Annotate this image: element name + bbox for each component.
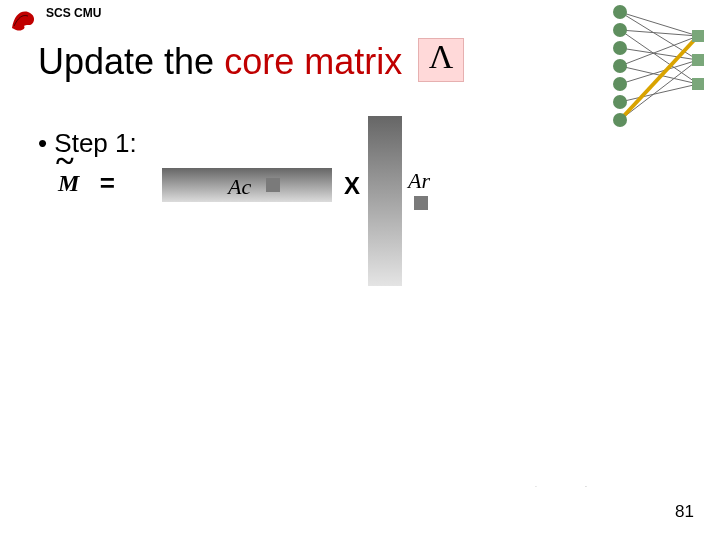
svg-point-11 bbox=[613, 5, 627, 19]
ar-marker bbox=[414, 196, 428, 210]
title-red: core matrix bbox=[224, 41, 412, 82]
page-number: 81 bbox=[675, 502, 694, 522]
institution-label: SCS CMU bbox=[46, 6, 101, 20]
ac-marker bbox=[266, 178, 280, 192]
ar-label: Ar bbox=[408, 168, 430, 194]
title-pre: Update the bbox=[38, 41, 224, 82]
svg-point-15 bbox=[613, 77, 627, 91]
bipartite-graph-icon bbox=[606, 2, 712, 142]
svg-point-13 bbox=[613, 41, 627, 55]
equals-sign: = bbox=[100, 168, 115, 199]
multiply-sign: X bbox=[344, 172, 360, 200]
ar-matrix-block bbox=[368, 116, 402, 286]
step-label: • Step 1: bbox=[38, 128, 137, 159]
svg-line-10 bbox=[620, 36, 698, 120]
svg-line-0 bbox=[620, 12, 698, 36]
dragon-icon bbox=[10, 6, 40, 34]
faint-mark-2: ˙ bbox=[585, 485, 588, 496]
m-tilde: M bbox=[58, 170, 79, 197]
lambda-symbol bbox=[418, 38, 464, 82]
svg-point-17 bbox=[613, 113, 627, 127]
equation-lhs-block: M = bbox=[58, 168, 115, 199]
svg-line-2 bbox=[620, 30, 698, 36]
ac-label: Ac bbox=[228, 174, 251, 200]
svg-line-1 bbox=[620, 12, 698, 60]
svg-point-16 bbox=[613, 95, 627, 109]
slide-title: Update the core matrix bbox=[38, 38, 464, 83]
svg-rect-19 bbox=[692, 54, 704, 66]
svg-rect-18 bbox=[692, 30, 704, 42]
svg-point-12 bbox=[613, 23, 627, 37]
scs-dragon-logo bbox=[10, 6, 40, 34]
svg-rect-20 bbox=[692, 78, 704, 90]
svg-point-14 bbox=[613, 59, 627, 73]
svg-line-8 bbox=[620, 84, 698, 102]
faint-mark-1: ˙ bbox=[535, 485, 538, 496]
